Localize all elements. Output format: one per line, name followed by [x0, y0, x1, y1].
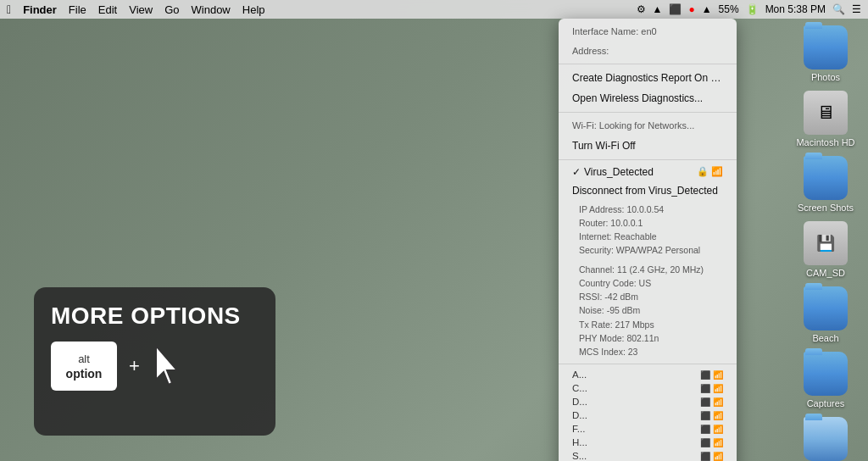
- network-d2-icons: ⬛ 📶: [700, 411, 723, 420]
- clock: Mon 5:38 PM: [765, 3, 826, 15]
- desktop-icon-photos[interactable]: Photos: [792, 25, 860, 82]
- network-s-name: S...: [572, 451, 587, 461]
- network-s-icons: ⬛ 📶: [700, 452, 723, 461]
- connected-network-name: Virus_Detected: [584, 166, 654, 178]
- diagnostics-item[interactable]: Create Diagnostics Report On Desktop...: [559, 68, 737, 88]
- screenshots-label: Screen Shots: [798, 203, 854, 213]
- menubar-right: ⚙ ▲ ⬛ ● ▲ 55% 🔋 Mon 5:38 PM 🔍 ☰: [637, 3, 861, 15]
- sep-2: [559, 112, 737, 113]
- looking-item: Wi-Fi: Looking for Networks...: [559, 116, 737, 136]
- beach-label: Beach: [812, 333, 838, 343]
- apple-menu[interactable]: : [7, 3, 11, 16]
- connected-network-item[interactable]: ✓ Virus_Detected 🔒 📶: [559, 164, 737, 181]
- cam-sd-label: CAM_SD: [806, 268, 845, 278]
- google-drive-folder-icon: [804, 417, 848, 461]
- battery-text: 55%: [719, 3, 739, 15]
- photos-folder-icon: [804, 25, 848, 69]
- network-details: IP Address: 10.0.0.54 Router: 10.0.0.1 I…: [559, 201, 737, 361]
- macintosh-hd-label: Macintosh HD: [796, 137, 854, 147]
- channel: Channel: 11 (2.4 GHz, 20 MHz): [579, 263, 716, 276]
- address-item: Address:: [559, 42, 737, 61]
- lock-wifi-icons: 🔒 📶: [697, 166, 723, 177]
- network-a[interactable]: A... ⬛ 📶: [559, 368, 737, 381]
- desktop-icon-cam-sd[interactable]: 💾 CAM_SD: [792, 221, 860, 278]
- menubar:  Finder File Edit View Go Window Help ⚙…: [0, 0, 868, 19]
- desktop-icon-captures[interactable]: Captures: [792, 352, 860, 408]
- mcs-index: MCS Index: 23: [579, 345, 716, 358]
- desktop:  Finder File Edit View Go Window Help ⚙…: [0, 0, 868, 461]
- network-f[interactable]: F... ⬛ 📶: [559, 422, 737, 436]
- menu-view[interactable]: View: [129, 3, 153, 16]
- router: Router: 10.0.0.1: [579, 216, 716, 230]
- network-d2[interactable]: D... ⬛ 📶: [559, 408, 737, 422]
- beach-folder-icon: [804, 286, 848, 330]
- photos-label: Photos: [811, 72, 840, 82]
- plus-sign: +: [129, 355, 140, 377]
- network-d1[interactable]: D... ⬛ 📶: [559, 395, 737, 408]
- sep-1: [559, 64, 737, 64]
- disconnect-item[interactable]: Disconnect from Virus_Detected: [559, 181, 737, 201]
- internet: Internet: Reachable: [579, 230, 716, 243]
- battery-icon[interactable]: 🔋: [746, 3, 759, 15]
- network-d1-name: D...: [572, 397, 587, 407]
- cursor-icon: [152, 344, 187, 388]
- network-a-icons: ⬛ 📶: [700, 370, 723, 380]
- sep-4: [559, 364, 737, 364]
- noise: Noise: -95 dBm: [579, 303, 716, 317]
- notification-icon[interactable]: ▲: [653, 3, 663, 15]
- network-f-name: F...: [572, 424, 585, 434]
- menu-go[interactable]: Go: [164, 3, 179, 16]
- network-h-icons: ⬛ 📶: [700, 438, 723, 447]
- gear-icon[interactable]: ⚙: [637, 3, 646, 15]
- camera-icon[interactable]: ⬛: [669, 3, 682, 15]
- network-c[interactable]: C... ⬛ 📶: [559, 381, 737, 395]
- more-options-box: MORE OPTIONS alt option +: [34, 287, 275, 436]
- menu-help[interactable]: Help: [242, 3, 265, 16]
- wireless-diagnostics-item[interactable]: Open Wireless Diagnostics...: [559, 88, 737, 108]
- desktop-icon-screenshots[interactable]: Screen Shots: [792, 156, 860, 213]
- menu-edit[interactable]: Edit: [98, 3, 117, 16]
- tx-rate: Tx Rate: 217 Mbps: [579, 318, 716, 331]
- app-name[interactable]: Finder: [23, 3, 57, 16]
- menu-file[interactable]: File: [69, 3, 86, 16]
- search-icon[interactable]: 🔍: [832, 3, 845, 15]
- cursor-svg: [152, 344, 187, 388]
- security: Security: WPA/WPA2 Personal: [579, 243, 716, 257]
- wifi-icon[interactable]: ▲: [702, 3, 712, 15]
- network-s[interactable]: S... ⬛ 📶: [559, 449, 737, 461]
- phy-mode: PHY Mode: 802.11n: [579, 331, 716, 345]
- turn-wifi-off-item[interactable]: Turn Wi-Fi Off: [559, 136, 737, 156]
- hd-icon: 🖥: [804, 91, 848, 135]
- menu-window[interactable]: Window: [192, 3, 231, 16]
- desktop-icon-macintosh-hd[interactable]: 🖥 Macintosh HD: [792, 91, 860, 147]
- rssi: RSSI: -42 dBm: [579, 290, 716, 303]
- menu-bars-icon[interactable]: ☰: [852, 3, 861, 15]
- network-h-name: H...: [572, 437, 587, 447]
- more-options-title: MORE OPTIONS: [51, 303, 241, 330]
- network-d2-name: D...: [572, 410, 587, 420]
- country: Country Code: US: [579, 276, 716, 290]
- screenshots-folder-icon: [804, 156, 848, 200]
- checkmark-icon: ✓: [572, 166, 581, 178]
- key-alt-label: alt: [78, 353, 90, 365]
- sep-3: [559, 159, 737, 160]
- interface-name-item: Interface Name: en0: [559, 22, 737, 42]
- desktop-icon-beach[interactable]: Beach: [792, 286, 860, 343]
- desktop-icons: Photos 🖥 Macintosh HD Screen Shots 💾 CAM…: [792, 25, 860, 461]
- cam-sd-icon: 💾: [804, 221, 848, 265]
- captures-label: Captures: [807, 398, 845, 408]
- network-c-icons: ⬛ 📶: [700, 384, 723, 393]
- more-options-row: alt option +: [51, 342, 187, 391]
- network-f-icons: ⬛ 📶: [700, 425, 723, 434]
- record-icon[interactable]: ●: [688, 3, 694, 15]
- wifi-dropdown: Interface Name: en0 Address: Create Diag…: [559, 19, 737, 461]
- key-option-label: option: [66, 367, 103, 380]
- network-h[interactable]: H... ⬛ 📶: [559, 436, 737, 449]
- network-a-name: A...: [572, 369, 587, 380]
- menubar-left:  Finder File Edit View Go Window Help: [7, 3, 265, 16]
- network-c-name: C...: [572, 383, 587, 393]
- captures-folder-icon: [804, 352, 848, 396]
- alt-option-key-badge: alt option: [51, 342, 117, 391]
- desktop-icon-google-drive[interactable]: Google Drive: [792, 417, 860, 461]
- ip-address: IP Address: 10.0.0.54: [579, 203, 716, 216]
